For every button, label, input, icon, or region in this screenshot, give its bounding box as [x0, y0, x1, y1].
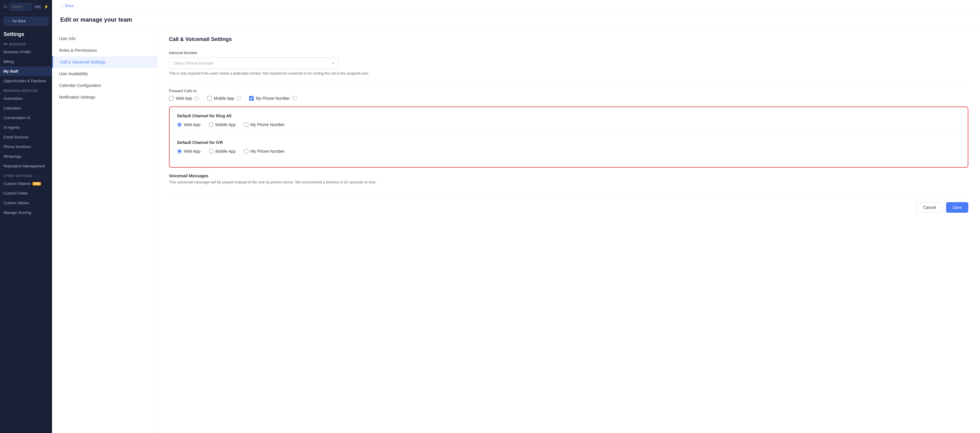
ring-my-phone-radio[interactable]	[244, 122, 248, 127]
sidebar-item-manage-scoring[interactable]: Manage Scoring	[0, 208, 52, 217]
ring-all-options: Web App Mobile App My Phone Number	[177, 122, 960, 127]
sidebar-item-phone-numbers[interactable]: Phone Numbers	[0, 142, 52, 152]
sidebar-item-custom-values[interactable]: Custom Values	[0, 198, 52, 208]
sidebar-item-automation[interactable]: Automation	[0, 94, 52, 103]
sidebar-item-opportunities[interactable]: Opportunities & Pipelines	[0, 76, 52, 86]
nav-item-user-availability[interactable]: User Availability	[52, 68, 157, 80]
forward-mobile-app-checkbox[interactable]	[207, 96, 212, 101]
sidebar-item-ai-agents[interactable]: AI Agents	[0, 123, 52, 132]
chevron-down-icon: ▾	[332, 61, 334, 65]
ring-mobile-app-radio[interactable]	[209, 122, 213, 127]
back-arrow-icon: ←	[60, 3, 64, 8]
section-title: Call & Voicemail Settings	[169, 36, 968, 42]
ring-all-label: Default Channel for Ring All	[177, 113, 960, 118]
cancel-button[interactable]: Cancel	[916, 202, 943, 213]
nav-item-call-voicemail[interactable]: Call & Voicemail Settings	[52, 56, 157, 68]
ivr-mobile-app[interactable]: Mobile App	[209, 149, 235, 153]
ring-all-ivr-box: Default Channel for Ring All Web App Mob…	[169, 107, 968, 168]
back-link[interactable]: ← Back	[60, 3, 74, 8]
search-icon	[3, 5, 7, 9]
phone-number-select[interactable]: Select Phone Number ▾	[169, 58, 339, 69]
beta-badge: beta	[32, 182, 41, 185]
go-back-button[interactable]: ← Go Back	[3, 17, 49, 26]
voicemail-section: Voicemail Messages This voicemail messag…	[169, 174, 968, 184]
sidebar-item-email-services[interactable]: Email Services	[0, 132, 52, 142]
section-label-my-business: MY BUSINESS	[0, 39, 52, 47]
sidebar-item-conversation-ai[interactable]: Conversation AI	[0, 113, 52, 123]
search-input[interactable]	[9, 3, 32, 11]
divider-2	[177, 134, 960, 134]
svg-line-1	[6, 7, 7, 8]
ring-web-app-radio[interactable]	[177, 122, 182, 127]
left-nav: User Info Roles & Permissions Call & Voi…	[52, 27, 157, 433]
top-bar: ← Back	[52, 0, 980, 12]
main-area: ← Back Edit or manage your team User Inf…	[52, 0, 980, 433]
footer-actions: Cancel Save	[169, 196, 968, 213]
ivr-options: Web App Mobile App My Phone Number	[177, 149, 960, 153]
forward-mobile-app[interactable]: Mobile App i	[207, 96, 241, 101]
inbound-number-group: Inbound Number Select Phone Number ▾ Thi…	[169, 51, 968, 75]
ivr-my-phone[interactable]: My Phone Number	[244, 149, 285, 153]
nav-item-calendar-config[interactable]: Calendar Configuration	[52, 80, 157, 91]
sidebar-item-my-staff[interactable]: My Staff	[0, 66, 52, 76]
sidebar-item-custom-fields[interactable]: Custom Fields	[0, 189, 52, 198]
sidebar-item-business-profile[interactable]: Business Profile	[0, 47, 52, 57]
ivr-web-app[interactable]: Web App	[177, 149, 200, 153]
nav-item-notification-settings[interactable]: Notification Settings	[52, 91, 157, 103]
sidebar-item-custom-objects[interactable]: Custom Objects beta	[0, 179, 52, 189]
nav-item-user-info[interactable]: User Info	[52, 33, 157, 45]
nav-item-roles-permissions[interactable]: Roles & Permissions	[52, 45, 157, 56]
sidebar-item-reputation[interactable]: Reputation Management	[0, 161, 52, 171]
forward-calls-section: Forward Calls to Web App i Mobile App i	[169, 89, 968, 101]
ring-all-group: Default Channel for Ring All Web App Mob…	[177, 113, 960, 127]
sidebar-search-bar: ⌘K ⚡	[0, 0, 52, 14]
forward-web-app[interactable]: Web App i	[169, 96, 199, 101]
inbound-hint: This is only required if the users needs…	[169, 71, 397, 75]
section-label-other-settings: OTHER SETTINGS	[0, 171, 52, 179]
lightning-icon: ⚡	[44, 5, 49, 9]
ring-my-phone[interactable]: My Phone Number	[244, 122, 285, 127]
forward-my-phone[interactable]: My Phone Number i	[249, 96, 297, 101]
sidebar: ⌘K ⚡ ← Go Back Settings MY BUSINESS Busi…	[0, 0, 52, 433]
forward-calls-label: Forward Calls to	[169, 89, 968, 93]
ivr-my-phone-radio[interactable]	[244, 149, 248, 153]
page-heading: Edit or manage your team	[52, 12, 980, 27]
forward-options-group: Web App i Mobile App i My Phone Number i	[169, 96, 968, 101]
sidebar-item-calendars[interactable]: Calendars	[0, 103, 52, 113]
info-icon-my-phone: i	[292, 96, 297, 101]
ring-web-app[interactable]: Web App	[177, 122, 200, 127]
voicemail-title: Voicemail Messages	[169, 174, 968, 178]
inbound-number-label: Inbound Number	[169, 51, 968, 55]
info-icon-web-app: i	[194, 96, 199, 101]
settings-title: Settings	[0, 29, 52, 39]
voicemail-hint: This voicemail message will be played in…	[169, 180, 968, 184]
info-icon-mobile-app: i	[236, 96, 241, 101]
ivr-label: Default Channel for IVR	[177, 140, 960, 145]
ivr-mobile-app-radio[interactable]	[209, 149, 213, 153]
sidebar-item-whatsapp[interactable]: WhatsApp	[0, 152, 52, 161]
left-arrow-icon: ←	[7, 19, 11, 23]
content-area: User Info Roles & Permissions Call & Voi…	[52, 27, 980, 433]
forward-web-app-checkbox[interactable]	[169, 96, 173, 101]
select-placeholder: Select Phone Number	[173, 61, 213, 66]
save-button[interactable]: Save	[946, 202, 968, 213]
ring-mobile-app[interactable]: Mobile App	[209, 122, 235, 127]
section-label-business-services: BUSINESS SERVICES	[0, 86, 52, 94]
right-content: Call & Voicemail Settings Inbound Number…	[157, 27, 980, 433]
sidebar-item-billing[interactable]: Billing	[0, 57, 52, 66]
keyboard-shortcut: ⌘K	[34, 5, 42, 9]
forward-my-phone-checkbox[interactable]	[249, 96, 254, 101]
ivr-group: Default Channel for IVR Web App Mobile A…	[177, 140, 960, 153]
ivr-web-app-radio[interactable]	[177, 149, 182, 153]
